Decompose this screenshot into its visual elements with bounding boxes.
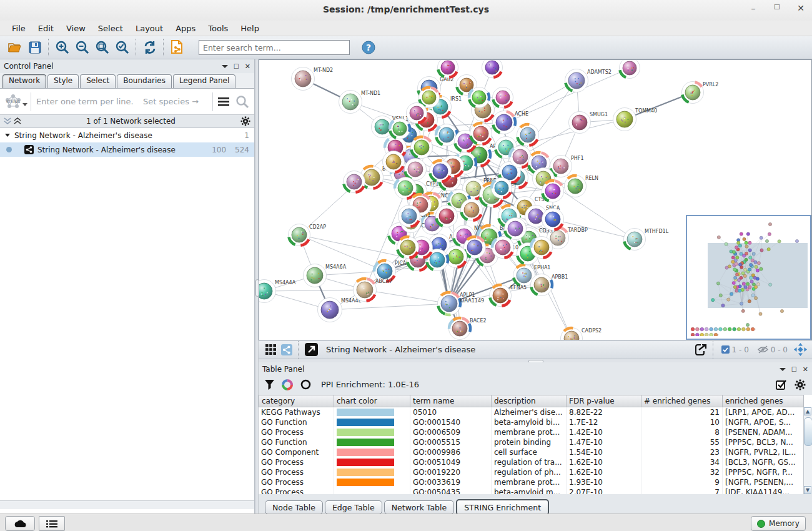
tab-edge-table[interactable]: Edge Table — [325, 500, 382, 514]
table-row[interactable]: GO ComponentGO:0009986cell surface1.54E-… — [259, 447, 812, 457]
protein-node-bace2[interactable]: BACE2 — [449, 318, 487, 340]
expand-all-icon[interactable] — [14, 117, 21, 125]
menu-file[interactable]: File — [6, 22, 31, 35]
close-panel-icon[interactable]: ✕ — [245, 62, 250, 71]
close-button[interactable]: ✕ — [796, 3, 806, 13]
navigate-button[interactable] — [792, 340, 808, 359]
string-search-icon[interactable] — [235, 95, 250, 109]
protein-node[interactable] — [436, 124, 458, 146]
protein-node[interactable] — [407, 103, 427, 124]
protein-node[interactable] — [531, 237, 553, 259]
table-row[interactable]: GO ProcessGO:0050435beta-amyloid m...2.0… — [259, 487, 812, 494]
menu-layout[interactable]: Layout — [130, 22, 169, 35]
protein-node[interactable] — [390, 119, 410, 139]
save-session-button[interactable] — [25, 38, 45, 57]
menu-tools[interactable]: Tools — [202, 22, 234, 35]
protein-node-aplp1[interactable]: APLP1KIAA1149 — [438, 292, 485, 315]
network-list-settings-icon[interactable] — [240, 116, 250, 126]
menu-apps[interactable]: Apps — [170, 22, 201, 35]
tab-node-table[interactable]: Node Table — [265, 500, 323, 514]
menu-view[interactable]: View — [61, 22, 91, 35]
string-query-input[interactable]: Enter one term per line. — [36, 97, 143, 106]
column-header-description[interactable]: description — [492, 395, 567, 407]
table-row[interactable]: GO ProcessGO:0033619membrane prot...1.93… — [259, 477, 812, 487]
search-input[interactable] — [199, 40, 350, 55]
protein-node-reln[interactable]: RELN — [565, 176, 599, 197]
column-header-category[interactable]: category — [259, 395, 334, 407]
network-collection-row[interactable]: String Network - Alzheimer's disease 1 — [0, 128, 254, 142]
minimize-button[interactable]: – — [748, 3, 758, 13]
table-row[interactable]: GO FunctionGO:0001540beta-amyloid bi...1… — [259, 417, 812, 427]
float-panel-icon[interactable]: ☐ — [234, 63, 239, 70]
zoom-selected-button[interactable] — [112, 38, 132, 57]
detach-view-button[interactable] — [302, 340, 320, 359]
protein-node-ms4a4e[interactable]: MS4A4E — [318, 298, 362, 322]
protein-node-abca7[interactable]: ABCA7 — [354, 279, 392, 302]
scroll-up-icon[interactable]: ▲ — [804, 407, 811, 415]
protein-node[interactable] — [492, 178, 512, 199]
refresh-button[interactable] — [140, 38, 160, 57]
protein-node[interactable] — [461, 199, 483, 221]
close-panel-icon[interactable]: ✕ — [803, 365, 808, 374]
protein-node-ms4a6a[interactable]: MS4A6A — [304, 264, 347, 287]
protein-node-efna5[interactable]: EFNA5 — [490, 285, 527, 307]
tab-legend-panel[interactable]: Legend Panel — [173, 74, 235, 88]
maximize-button[interactable]: ☐ — [772, 3, 782, 13]
protein-node-mthfd1l[interactable]: MTHFD1L — [624, 229, 669, 251]
menu-help[interactable]: Help — [235, 22, 265, 35]
protein-node-cd2ap[interactable]: CD2AP — [289, 224, 327, 246]
tab-select[interactable]: Select — [80, 74, 116, 88]
memory-button[interactable]: Memory — [751, 516, 806, 531]
protein-node[interactable] — [344, 171, 365, 193]
protein-node[interactable] — [482, 60, 503, 78]
table-row[interactable]: KEGG Pathways05010Alzheimer's dise...8.8… — [259, 407, 812, 417]
protein-node[interactable] — [411, 137, 433, 159]
table-row[interactable]: GO FunctionGO:0005515protein binding1.47… — [259, 437, 812, 447]
collapse-all-icon[interactable] — [4, 117, 11, 125]
help-button[interactable]: ? — [359, 38, 379, 57]
scroll-down-icon[interactable]: ▼ — [804, 486, 811, 494]
protein-node[interactable] — [470, 123, 492, 145]
zoom-out-button[interactable] — [72, 38, 92, 57]
protein-node[interactable] — [397, 237, 419, 259]
column-header-fdr-p-value[interactable]: FDR p-value — [567, 395, 641, 407]
protein-node[interactable] — [469, 87, 490, 108]
select-columns-icon[interactable] — [776, 379, 787, 390]
protein-node[interactable] — [510, 146, 532, 168]
protein-node-cadps2[interactable]: CADPS2 — [561, 328, 602, 340]
protein-node[interactable] — [383, 151, 405, 173]
zoom-in-button[interactable] — [52, 38, 72, 57]
panel-menu-icon[interactable] — [780, 367, 786, 372]
table-row[interactable]: GO ProcessGO:0019220regulation of ph...1… — [259, 467, 812, 477]
menu-edit[interactable]: Edit — [32, 22, 59, 35]
protein-node-mt-nd2[interactable]: MT-ND2 — [292, 67, 334, 91]
network-row[interactable]: String Network - Alzheimer's disease 100… — [0, 142, 254, 157]
panel-menu-icon[interactable] — [222, 64, 228, 69]
protein-node-apbb1[interactable]: APBB1 — [531, 274, 568, 296]
protein-node[interactable] — [542, 209, 564, 231]
tab-style[interactable]: Style — [47, 74, 79, 88]
tab-network[interactable]: Network — [2, 74, 46, 88]
protein-node[interactable] — [620, 60, 640, 79]
string-options-menu-icon[interactable] — [218, 97, 229, 107]
protein-node-smug1[interactable]: SMUG1 — [569, 112, 608, 134]
protein-node[interactable] — [542, 181, 564, 202]
float-panel-icon[interactable]: ☐ — [791, 366, 797, 373]
table-row[interactable]: GO ProcessGO:0051049regulation of tra...… — [259, 457, 812, 467]
tab-boundaries[interactable]: Boundaries — [117, 74, 172, 88]
zoom-fit-button[interactable] — [92, 38, 112, 57]
protein-node-adamts2[interactable]: ADAMTS2 — [565, 69, 611, 92]
network-canvas[interactable]: MT-ND2MT-ND1VSNL1GAB2ADAMTS2PVRL2TOMM40S… — [259, 59, 812, 340]
protein-node[interactable] — [464, 237, 486, 259]
string-logo-icon[interactable]: STRING — [4, 93, 22, 111]
protein-node-pvrl2[interactable]: PVRL2 — [682, 82, 719, 104]
task-history-button[interactable] — [39, 516, 65, 531]
scroll-thumb[interactable] — [804, 417, 812, 446]
filter-icon[interactable] — [265, 380, 274, 390]
grid-view-button[interactable] — [262, 340, 279, 359]
export-network-button[interactable] — [691, 340, 710, 359]
column-header-chart-color[interactable]: chart color — [334, 395, 410, 407]
column-header--enriched-genes[interactable]: # enriched genes — [641, 395, 723, 407]
protein-node[interactable] — [436, 206, 458, 227]
protein-node[interactable] — [405, 159, 427, 181]
